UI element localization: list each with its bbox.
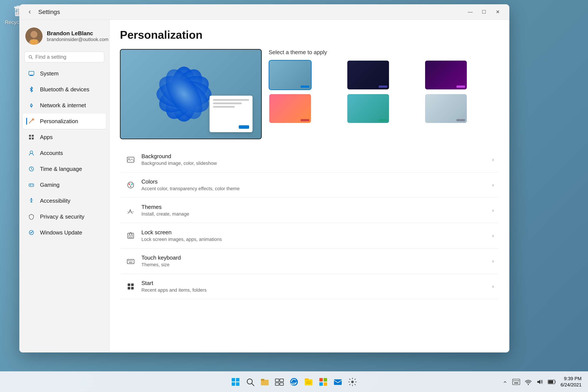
taskbar-center xyxy=(230,376,358,388)
theme-item-6[interactable] xyxy=(424,94,468,124)
nav: System Bluetooth & devices N xyxy=(23,66,106,240)
sidebar-item-network[interactable]: Network & internet xyxy=(23,98,106,113)
close-button[interactable]: ✕ xyxy=(491,7,504,17)
svg-rect-79 xyxy=(516,380,517,381)
sidebar-item-privacy[interactable]: Privacy & security xyxy=(23,209,106,224)
svg-rect-9 xyxy=(30,40,38,45)
taskbar-edge[interactable] xyxy=(288,376,300,388)
settings-item-start[interactable]: Start Recent apps and items, folders › xyxy=(120,274,499,299)
main-content: Brandon LeBlanc brandoninsider@outlook.c… xyxy=(19,20,509,352)
privacy-icon xyxy=(27,212,36,221)
background-title: Background xyxy=(142,153,487,160)
preview-button xyxy=(239,125,249,129)
lock-screen-subtitle: Lock screen images, apps, animations xyxy=(142,236,487,242)
taskbar-files[interactable] xyxy=(302,376,315,388)
start-text: Start Recent apps and items, folders xyxy=(142,280,487,293)
lock-screen-title: Lock screen xyxy=(142,229,487,236)
settings-item-background[interactable]: Background Background image, color, slid… xyxy=(120,147,499,172)
volume-icon[interactable] xyxy=(535,376,544,388)
settings-item-lock-screen[interactable]: Lock screen Lock screen images, apps, an… xyxy=(120,223,499,248)
svg-point-36 xyxy=(128,158,130,160)
gaming-icon xyxy=(27,180,36,189)
page-title: Personalization xyxy=(120,28,499,41)
maximize-button[interactable]: ☐ xyxy=(478,7,490,17)
sidebar-item-gaming[interactable]: Gaming xyxy=(23,177,106,192)
taskbar-mail[interactable] xyxy=(332,376,344,388)
taskbar: 9:39 PM 6/24/2021 xyxy=(0,371,588,392)
background-icon xyxy=(125,154,136,165)
svg-rect-81 xyxy=(514,382,518,384)
background-subtitle: Background image, color, slideshow xyxy=(142,160,487,166)
clock-time: 9:39 PM xyxy=(560,376,582,382)
preview-wallpaper xyxy=(120,50,261,138)
svg-rect-23 xyxy=(29,184,34,186)
svg-point-38 xyxy=(128,183,130,185)
user-profile[interactable]: Brandon LeBlanc brandoninsider@outlook.c… xyxy=(23,24,106,48)
start-button[interactable] xyxy=(230,376,242,388)
theme-grid xyxy=(269,60,499,124)
back-button[interactable] xyxy=(24,7,35,17)
svg-rect-80 xyxy=(518,380,519,381)
svg-rect-67 xyxy=(305,378,308,380)
sidebar-item-accounts[interactable]: Accounts xyxy=(23,145,106,161)
colors-title: Colors xyxy=(142,178,487,185)
taskbar-store[interactable] xyxy=(317,376,329,388)
sidebar-item-apps[interactable]: Apps xyxy=(23,130,106,145)
start-arrow: › xyxy=(492,284,494,290)
sidebar-item-label-privacy: Privacy & security xyxy=(40,214,84,220)
svg-point-7 xyxy=(30,31,38,38)
personalization-icon xyxy=(27,117,36,126)
theme-preview-3 xyxy=(425,60,467,90)
theme-item-4[interactable] xyxy=(269,94,312,124)
taskbar-task-view[interactable] xyxy=(273,376,286,388)
lock-screen-icon xyxy=(125,230,136,241)
taskbar-clock[interactable]: 9:39 PM 6/24/2021 xyxy=(560,376,582,388)
svg-rect-51 xyxy=(128,287,130,290)
battery-icon[interactable] xyxy=(547,376,557,388)
theme-item-3[interactable] xyxy=(424,60,468,90)
taskbar-settings[interactable] xyxy=(346,376,358,388)
themes-title: Themes xyxy=(142,204,487,210)
svg-rect-49 xyxy=(128,284,130,286)
theme-item-5[interactable] xyxy=(347,94,390,124)
svg-point-39 xyxy=(131,183,133,185)
colors-arrow: › xyxy=(492,182,494,188)
svg-rect-50 xyxy=(131,284,134,286)
theme-selector: Select a theme to apply xyxy=(269,49,499,139)
svg-point-21 xyxy=(30,151,33,154)
svg-rect-55 xyxy=(232,382,235,386)
show-hidden-icons[interactable] xyxy=(501,376,509,388)
settings-item-colors[interactable]: Colors Accent color, transparency effect… xyxy=(120,172,499,198)
svg-rect-74 xyxy=(334,379,342,385)
lock-screen-text: Lock screen Lock screen images, apps, an… xyxy=(142,229,487,242)
colors-text: Colors Accent color, transparency effect… xyxy=(142,178,487,192)
svg-point-75 xyxy=(351,380,354,383)
window-title: Settings xyxy=(38,8,60,16)
minimize-button[interactable]: — xyxy=(464,7,477,17)
settings-item-themes[interactable]: Themes Install, create, manage › xyxy=(120,198,499,223)
svg-rect-64 xyxy=(280,383,284,385)
wifi-icon[interactable] xyxy=(524,376,533,388)
sidebar-item-update[interactable]: Windows Update xyxy=(23,225,106,240)
taskbar-search[interactable] xyxy=(244,376,256,388)
search-input[interactable] xyxy=(36,54,100,60)
sidebar-item-system[interactable]: System xyxy=(23,66,106,81)
theme-bar-1 xyxy=(301,86,309,88)
svg-rect-73 xyxy=(324,382,327,386)
theme-item-1[interactable] xyxy=(269,60,312,90)
sidebar-item-label-update: Windows Update xyxy=(40,229,82,236)
themes-subtitle: Install, create, manage xyxy=(142,211,487,217)
sidebar-item-bluetooth[interactable]: Bluetooth & devices xyxy=(23,82,106,97)
sidebar-item-time[interactable]: Time & language xyxy=(23,161,106,177)
svg-point-15 xyxy=(31,106,32,108)
sidebar-item-accessibility[interactable]: Accessibility xyxy=(23,193,106,208)
update-icon xyxy=(27,228,36,237)
svg-rect-61 xyxy=(275,379,279,382)
search-box[interactable] xyxy=(24,52,104,62)
theme-item-2[interactable] xyxy=(347,60,390,90)
keyboard-icon[interactable] xyxy=(511,376,522,388)
taskbar-file-explorer[interactable] xyxy=(259,376,271,388)
sidebar-item-personalization[interactable]: Personalization xyxy=(23,114,106,129)
svg-rect-72 xyxy=(319,382,323,386)
settings-item-touch-keyboard[interactable]: Touch keyboard Themes, size › xyxy=(120,248,499,274)
